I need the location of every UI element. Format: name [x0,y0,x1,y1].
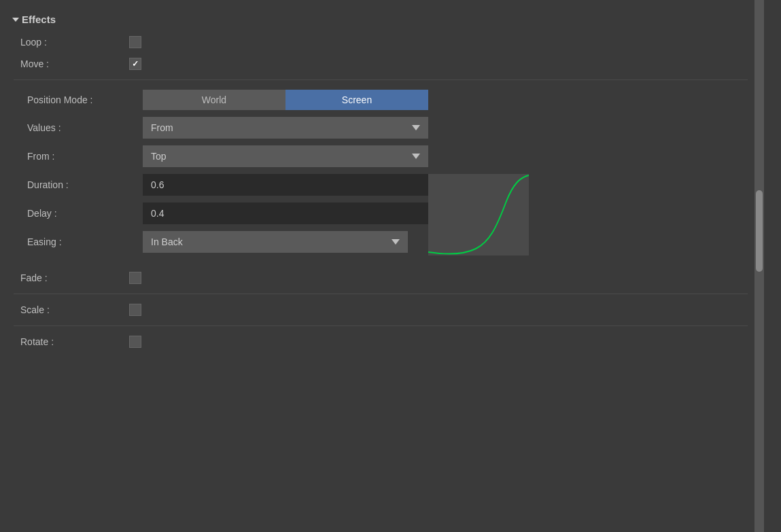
scrollbar-thumb[interactable] [756,190,763,272]
values-dropdown[interactable]: From [143,117,428,139]
fade-label: Fade : [20,272,129,283]
easing-dropdown-arrow [392,239,400,245]
move-settings: Position Mode : World Screen Values : Fr… [14,90,748,255]
loop-checkbox[interactable] [129,36,141,48]
divider-2 [14,294,748,294]
values-dropdown-arrow [412,125,420,130]
effects-panel: Effects Loop : Move : ✓ Position Mode : … [0,0,754,532]
rotate-label: Rotate : [20,336,129,347]
delay-input[interactable] [143,202,428,224]
fade-checkbox[interactable] [129,272,141,284]
delay-label: Delay : [27,208,143,219]
duration-chart-group: Duration : Delay : Easing : In Back [27,174,748,255]
rotate-checkbox[interactable] [129,336,141,348]
position-mode-row: Position Mode : World Screen [27,90,748,110]
from-dropdown[interactable]: Top [143,145,428,167]
delay-row: Delay : [27,202,428,224]
easing-curve-svg [428,174,529,255]
values-row: Values : From [27,117,748,139]
from-label: From : [27,151,143,162]
move-row: Move : ✓ [14,58,748,70]
easing-dropdown[interactable]: In Back [143,231,408,253]
easing-row: Easing : In Back [27,231,428,253]
collapse-icon[interactable] [12,18,19,22]
from-row: From : Top [27,145,748,167]
checkmark-icon: ✓ [132,59,139,69]
from-dropdown-arrow [412,154,420,159]
scale-row: Scale : [14,304,748,316]
easing-label: Easing : [27,236,143,247]
values-label: Values : [27,122,143,133]
move-label: Move : [20,58,129,69]
spacer-1 [14,255,748,272]
values-selected: From [151,122,173,133]
section-title: Effects [22,14,56,25]
move-checkbox[interactable]: ✓ [129,58,141,70]
duration-input[interactable] [143,174,428,196]
fade-row: Fade : [14,272,748,284]
position-mode-toggle: World Screen [143,90,428,110]
divider-1 [14,79,748,80]
scrollbar[interactable] [754,0,764,532]
duration-row: Duration : [27,174,428,196]
easing-selected: In Back [151,236,183,247]
loop-label: Loop : [20,37,129,48]
world-button[interactable]: World [143,90,285,110]
divider-3 [14,325,748,326]
rotate-row: Rotate : [14,336,748,348]
position-mode-label: Position Mode : [27,94,143,105]
scale-label: Scale : [20,304,129,315]
scale-checkbox[interactable] [129,304,141,316]
screen-button[interactable]: Screen [285,90,428,110]
fields-column: Duration : Delay : Easing : In Back [27,174,428,253]
loop-row: Loop : [14,36,748,48]
from-selected: Top [151,151,167,162]
duration-label: Duration : [27,179,143,190]
easing-chart [428,174,529,255]
section-header: Effects [14,14,748,25]
